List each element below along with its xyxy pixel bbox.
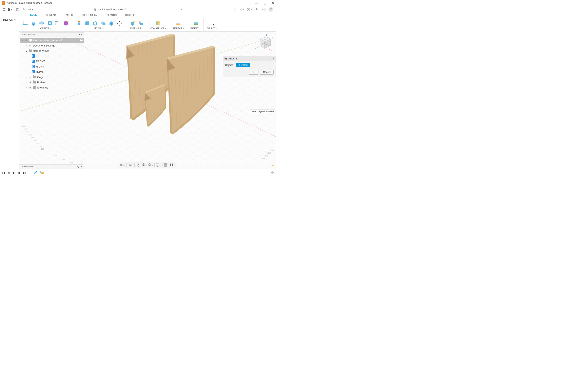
browser-minimize-icon[interactable]: ● bbox=[78, 33, 80, 36]
select-button-label: Select bbox=[242, 64, 248, 66]
document-tab[interactable]: track transition pieces v2 ✕ bbox=[93, 8, 182, 11]
view-icon bbox=[32, 60, 35, 63]
browser-named-views[interactable]: Named Views bbox=[21, 48, 84, 53]
revolve-button[interactable] bbox=[38, 20, 45, 27]
combine-button[interactable] bbox=[100, 20, 107, 27]
undo-button[interactable]: ▼ bbox=[22, 7, 28, 12]
tab-utilities[interactable]: UTILITIES bbox=[125, 14, 136, 17]
ribbon-toolbar: CREATE▼ MODIFY▼ AS bbox=[19, 18, 276, 32]
cube-icon bbox=[93, 8, 96, 11]
canvas[interactable]: 900800700 600500400 300200100 100200400 … bbox=[19, 32, 276, 169]
display-settings-button[interactable]: ▼ bbox=[156, 162, 161, 168]
timeline-surface-op[interactable] bbox=[40, 170, 45, 176]
extrude-button[interactable] bbox=[30, 20, 37, 27]
look-at-button[interactable] bbox=[128, 162, 133, 168]
redo-button[interactable]: ▼ bbox=[28, 7, 33, 12]
title-bar: F Autodesk Fusion 360 (Education License… bbox=[0, 0, 276, 6]
inspect-button[interactable] bbox=[175, 20, 182, 27]
timeline-prev-button[interactable]: ◀| bbox=[7, 171, 11, 175]
orbit-button[interactable]: ▼ bbox=[120, 162, 125, 168]
joint-button[interactable] bbox=[137, 20, 144, 27]
browser-origin[interactable]: ◉ Origin bbox=[21, 74, 84, 80]
timeline-start-button[interactable]: |◀ bbox=[2, 171, 6, 175]
timeline-play-button[interactable]: ▶ bbox=[12, 171, 16, 175]
svg-text:400: 400 bbox=[70, 162, 73, 164]
press-pull-button[interactable] bbox=[75, 20, 83, 27]
svg-rect-3 bbox=[4, 10, 5, 11]
delete-ok-button[interactable]: OK bbox=[249, 70, 258, 75]
tab-sheet-metal[interactable]: SHEET METAL bbox=[81, 14, 98, 17]
sketch-button[interactable] bbox=[22, 20, 29, 27]
comments-add-icon[interactable]: ⊕ bbox=[77, 165, 79, 168]
comments-panel[interactable]: COMMENTS ⊕ ▸ bbox=[19, 164, 84, 169]
file-menu-button[interactable]: ▼ bbox=[7, 7, 12, 12]
fit-button[interactable]: ▼ bbox=[148, 162, 153, 168]
browser-bodies[interactable]: ◉ Bodies bbox=[21, 80, 84, 85]
zoom-button[interactable]: ▼ bbox=[142, 162, 147, 168]
tab-surface[interactable]: SURFACE bbox=[46, 14, 58, 17]
fillet-button[interactable] bbox=[84, 20, 91, 27]
notifications-button[interactable] bbox=[254, 7, 259, 12]
timeline-end-button[interactable]: ▶| bbox=[23, 171, 27, 175]
browser-root-node[interactable]: ◉ track transition pieces v2 bbox=[21, 38, 84, 43]
insert-button[interactable] bbox=[192, 20, 199, 27]
save-button[interactable] bbox=[15, 7, 21, 12]
delete-select-button[interactable]: Select bbox=[236, 63, 250, 67]
visibility-toggle-icon[interactable]: ◉ bbox=[29, 86, 32, 89]
pan-button[interactable] bbox=[136, 162, 141, 168]
delete-cancel-button[interactable]: Cancel bbox=[260, 70, 273, 75]
browser-view-home[interactable]: HOME bbox=[21, 69, 84, 74]
browser-view-top[interactable]: TOP bbox=[21, 53, 84, 59]
visibility-toggle-icon[interactable]: ◉ bbox=[29, 81, 32, 84]
browser-doc-settings[interactable]: ⚙ Document Settings bbox=[21, 43, 84, 48]
extensions-button[interactable] bbox=[240, 7, 245, 12]
move-button[interactable] bbox=[116, 20, 123, 27]
viewport-layout-button[interactable]: ▼ bbox=[170, 162, 175, 168]
new-tab-button[interactable]: + bbox=[232, 7, 237, 12]
svg-text:200: 200 bbox=[39, 145, 42, 147]
workspace-label: DESIGN bbox=[3, 18, 13, 21]
browser-view-right[interactable]: RIGHT bbox=[21, 64, 84, 69]
new-component-button[interactable] bbox=[129, 20, 136, 27]
job-status-button[interactable]: 1 bbox=[247, 7, 252, 12]
view-cube[interactable]: Z FRONT RIGHT TOP Y X bbox=[254, 33, 272, 53]
active-component-icon[interactable] bbox=[80, 39, 83, 42]
svg-rect-96 bbox=[164, 163, 167, 166]
construct-button[interactable] bbox=[155, 20, 162, 27]
browser-expand-icon[interactable]: ▸ bbox=[81, 33, 83, 36]
hole-button[interactable] bbox=[46, 20, 53, 27]
select-button[interactable] bbox=[209, 20, 216, 27]
browser-sketches[interactable]: ◉ Sketches bbox=[21, 85, 84, 90]
tab-solid[interactable]: SOLID bbox=[30, 13, 38, 17]
visibility-toggle-icon[interactable]: ◉ bbox=[25, 39, 28, 42]
select-group-label: SELECT bbox=[207, 27, 216, 30]
delete-dialog: ⦙⦙ DELETE ▸▸ Objects Select OK Cancel bbox=[223, 56, 276, 77]
maximize-button[interactable]: ▢ bbox=[263, 1, 266, 5]
grid-settings-button[interactable]: ▼ bbox=[164, 162, 169, 168]
tab-close-button[interactable]: ✕ bbox=[180, 8, 183, 11]
shell-button[interactable] bbox=[92, 20, 99, 27]
data-panel-button[interactable] bbox=[1, 7, 7, 12]
delete-dialog-header[interactable]: ⦙⦙ DELETE ▸▸ bbox=[223, 56, 276, 61]
warning-icon[interactable]: ⚠ bbox=[271, 163, 275, 168]
timeline-settings-button[interactable]: ⚙ bbox=[271, 171, 274, 175]
form-button[interactable] bbox=[63, 20, 69, 27]
workspace-switcher[interactable]: DESIGN▼ bbox=[3, 18, 16, 21]
user-avatar[interactable]: DC bbox=[269, 7, 273, 12]
browser-view-front[interactable]: FRONT bbox=[21, 59, 84, 64]
close-button[interactable]: ✕ bbox=[272, 1, 274, 5]
browser-header[interactable]: ◂ BROWSER ●▸ bbox=[20, 32, 84, 37]
pattern-button[interactable] bbox=[54, 20, 61, 27]
help-button[interactable]: ? bbox=[261, 7, 266, 12]
timeline-next-button[interactable]: |▶ bbox=[17, 171, 21, 175]
visibility-toggle-icon[interactable]: ◉ bbox=[29, 75, 32, 78]
offset-face-button[interactable] bbox=[108, 20, 115, 27]
svg-text:500: 500 bbox=[31, 137, 34, 139]
view-front-label: FRONT bbox=[36, 60, 45, 63]
timeline-sketch-op[interactable] bbox=[33, 170, 38, 176]
minimize-button[interactable]: — bbox=[255, 1, 258, 5]
tab-plastic[interactable]: PLASTIC bbox=[106, 14, 116, 17]
tab-mesh[interactable]: MESH bbox=[66, 14, 73, 17]
comments-expand-icon[interactable]: ▸ bbox=[81, 165, 82, 168]
ribbon-tabs: SOLID SURFACE MESH SHEET METAL PLASTIC U… bbox=[19, 13, 276, 18]
